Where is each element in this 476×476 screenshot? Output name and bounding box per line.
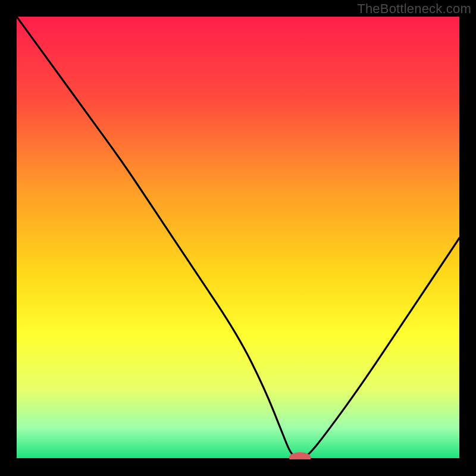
gradient-background (17, 17, 459, 459)
plot-area (17, 17, 459, 459)
app-frame: TheBottleneck.com (0, 0, 476, 476)
chart-svg (17, 17, 459, 459)
watermark-text: TheBottleneck.com (357, 1, 471, 17)
